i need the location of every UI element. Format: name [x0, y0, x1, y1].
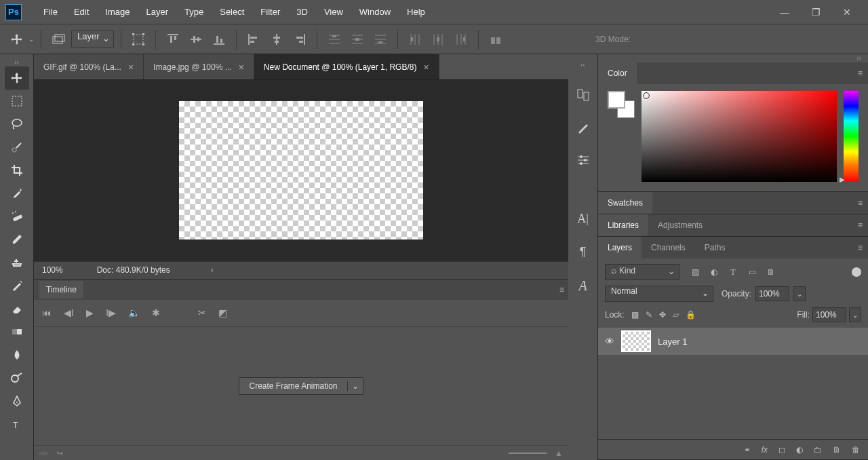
menu-image[interactable]: Image — [97, 0, 138, 24]
close-tab-icon[interactable]: × — [128, 62, 134, 73]
distribute-vcenter-icon[interactable] — [347, 29, 368, 50]
visibility-toggle-icon[interactable]: 👁 — [605, 336, 614, 347]
align-bottom-icon[interactable] — [209, 29, 229, 50]
timeline-mountain-icon[interactable]: ▲ — [555, 448, 563, 458]
channels-panel-tab[interactable]: Channels — [642, 237, 695, 258]
color-panel-menu-icon[interactable]: ≡ — [858, 69, 868, 78]
blend-mode-select[interactable]: Normal — [605, 286, 713, 302]
filter-smart-icon[interactable]: 🗎 — [765, 267, 777, 277]
pen-tool-icon[interactable] — [5, 389, 29, 413]
menu-filter[interactable]: Filter — [252, 0, 288, 24]
layer-style-icon[interactable]: fx — [762, 445, 768, 455]
align-left-icon[interactable] — [243, 29, 264, 50]
layer-name[interactable]: Layer 1 — [658, 337, 687, 347]
lock-artboard-icon[interactable]: ▱ — [673, 310, 679, 320]
layer-filter-toggle[interactable] — [852, 267, 861, 277]
timeline-audio-icon[interactable]: 🔈 — [128, 307, 140, 318]
timeline-first-frame-icon[interactable]: ⏮ — [42, 307, 52, 318]
filter-adjustment-icon[interactable]: ◐ — [708, 267, 720, 277]
timeline-settings-icon[interactable]: ✱ — [152, 307, 160, 318]
align-right-icon[interactable] — [290, 29, 310, 50]
lock-image-icon[interactable]: ✎ — [646, 310, 652, 320]
layer-filter-kind[interactable]: Kind — [605, 264, 679, 280]
distribute-bottom-icon[interactable] — [370, 29, 391, 50]
layer-thumbnail[interactable] — [621, 330, 651, 352]
swatches-panel-tab[interactable]: Swatches — [598, 192, 652, 214]
new-group-icon[interactable]: 🗀 — [814, 445, 822, 455]
timeline-redo-icon[interactable]: ↪ — [56, 448, 63, 458]
canvas-area[interactable] — [34, 80, 568, 261]
eyedropper-tool-icon[interactable] — [5, 182, 29, 205]
menu-type[interactable]: Type — [176, 0, 212, 24]
eraser-tool-icon[interactable] — [5, 297, 29, 320]
layers-panel-menu-icon[interactable]: ≡ — [858, 243, 868, 252]
foreground-background-swatch[interactable] — [608, 91, 635, 118]
auto-select-target[interactable]: Layer — [71, 31, 114, 48]
dodge-tool-icon[interactable] — [5, 366, 29, 389]
color-panel-tab[interactable]: Color — [598, 62, 637, 84]
hue-slider[interactable]: ▶ — [844, 91, 859, 182]
menu-3d[interactable]: 3D — [288, 0, 316, 24]
crop-tool-icon[interactable] — [5, 159, 29, 182]
zoom-level[interactable]: 100% — [42, 265, 63, 275]
new-layer-icon[interactable]: 🗎 — [833, 445, 841, 455]
create-animation-dropdown-icon[interactable]: ⌄ — [348, 381, 363, 391]
window-close-icon[interactable]: ✕ — [831, 2, 863, 22]
auto-select-icon[interactable] — [48, 29, 68, 50]
lock-all-icon[interactable]: 🔒 — [686, 310, 696, 320]
align-hcenter-icon[interactable] — [267, 29, 287, 50]
color-field[interactable] — [642, 91, 837, 182]
close-tab-icon[interactable]: × — [423, 62, 429, 73]
blur-tool-icon[interactable] — [5, 343, 29, 366]
color-picker-indicator[interactable] — [643, 92, 650, 99]
timeline-menu-icon[interactable]: ≡ — [559, 285, 563, 294]
paragraph-panel-icon[interactable]: ¶ — [580, 245, 587, 259]
delete-layer-icon[interactable]: 🗑 — [852, 445, 860, 455]
window-minimize-icon[interactable]: ― — [769, 2, 800, 22]
menu-help[interactable]: Help — [399, 0, 433, 24]
document-tab-1[interactable]: GIF.gif @ 100% (La...× — [34, 54, 144, 79]
character-panel-icon[interactable]: A| — [577, 212, 589, 226]
opacity-dropdown-icon[interactable]: ⌄ — [793, 286, 806, 301]
clone-stamp-tool-icon[interactable] — [5, 251, 29, 274]
paths-panel-tab[interactable]: Paths — [695, 237, 735, 258]
type-tool-icon[interactable]: T — [5, 413, 29, 436]
glyphs-panel-icon[interactable]: A — [578, 278, 587, 294]
lasso-tool-icon[interactable] — [5, 113, 29, 136]
distribute-top-icon[interactable] — [324, 29, 344, 50]
filter-shape-icon[interactable]: ▭ — [746, 267, 758, 277]
libraries-panel-tab[interactable]: Libraries — [598, 214, 648, 236]
swatches-panel-menu-icon[interactable]: ≡ — [858, 198, 868, 208]
history-panel-icon[interactable] — [576, 88, 590, 102]
timeline-next-frame-icon[interactable]: Ⅰ▶ — [106, 307, 116, 318]
filter-pixel-icon[interactable]: ▨ — [689, 267, 701, 277]
close-tab-icon[interactable]: × — [239, 62, 244, 73]
brush-panel-icon[interactable] — [576, 121, 590, 134]
filter-type-icon[interactable]: T — [727, 267, 739, 277]
right-expand-icon[interactable]: ›› — [598, 54, 868, 62]
timeline-play-icon[interactable]: ▶ — [86, 307, 94, 318]
menu-view[interactable]: View — [316, 0, 351, 24]
quick-select-tool-icon[interactable] — [5, 136, 29, 159]
transform-controls-icon[interactable] — [128, 29, 149, 50]
marquee-tool-icon[interactable] — [5, 90, 29, 113]
distribute-left-icon[interactable] — [405, 29, 425, 50]
timeline-split-icon[interactable]: ✂ — [198, 307, 206, 318]
brush-tool-icon[interactable] — [5, 228, 29, 251]
adjustment-layer-icon[interactable]: ◐ — [796, 445, 803, 455]
menu-select[interactable]: Select — [212, 0, 252, 24]
3d-mode-icon[interactable] — [486, 29, 506, 50]
document-canvas[interactable] — [179, 101, 423, 239]
align-vcenter-icon[interactable] — [186, 29, 206, 50]
layer-row[interactable]: 👁 Layer 1 — [598, 328, 868, 355]
distribute-right-icon[interactable] — [451, 29, 471, 50]
libraries-panel-menu-icon[interactable]: ≡ — [858, 221, 868, 230]
layer-mask-icon[interactable]: ◻ — [778, 445, 785, 455]
timeline-tab[interactable]: Timeline — [39, 281, 83, 299]
healing-brush-tool-icon[interactable] — [5, 205, 29, 228]
timeline-frames-icon[interactable]: ▫▫▫ — [39, 448, 48, 458]
foreground-color-swatch[interactable] — [608, 91, 625, 109]
lock-position-icon[interactable]: ✥ — [659, 310, 666, 320]
gradient-tool-icon[interactable] — [5, 320, 29, 343]
timeline-prev-frame-icon[interactable]: ◀Ⅰ — [64, 307, 74, 318]
